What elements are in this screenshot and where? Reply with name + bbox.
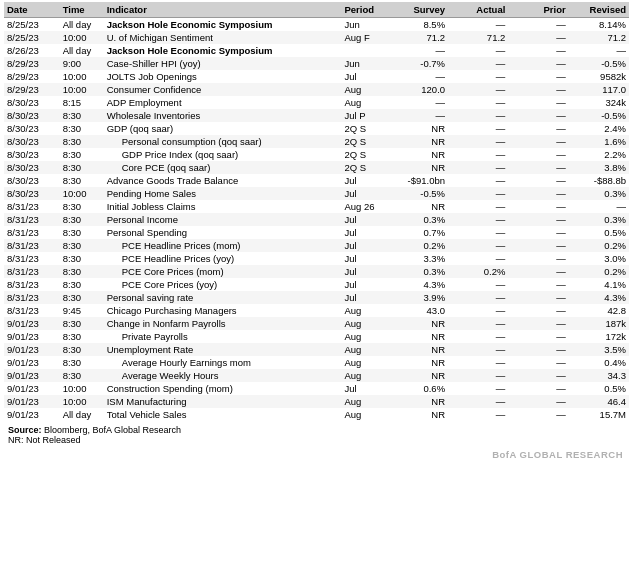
cell-date: 9/01/23 — [4, 330, 60, 343]
cell-revised: — — [569, 200, 629, 213]
cell-survey: NR — [388, 408, 448, 421]
table-row: 8/30/23 10:00 Pending Home Sales Jul -0.… — [4, 187, 629, 200]
cell-time: 10:00 — [60, 382, 104, 395]
cell-period: Aug — [341, 96, 387, 109]
cell-period: Jul — [341, 382, 387, 395]
cell-actual: — — [448, 161, 508, 174]
table-body: 8/25/23 All day Jackson Hole Economic Sy… — [4, 18, 629, 422]
cell-actual: — — [448, 148, 508, 161]
cell-date: 8/26/23 — [4, 44, 60, 57]
cell-time: 8:30 — [60, 265, 104, 278]
cell-period: 2Q S — [341, 148, 387, 161]
cell-prior: — — [508, 408, 568, 421]
cell-event: Personal consumption (qoq saar) — [104, 135, 342, 148]
cell-revised: 34.3 — [569, 369, 629, 382]
cell-time: All day — [60, 408, 104, 421]
cell-date: 8/31/23 — [4, 200, 60, 213]
cell-time: 8:30 — [60, 369, 104, 382]
cell-period: Aug — [341, 343, 387, 356]
cell-actual: — — [448, 122, 508, 135]
table-row: 9/01/23 8:30 Unemployment Rate Aug NR — … — [4, 343, 629, 356]
table-row: 8/31/23 8:30 PCE Headline Prices (mom) J… — [4, 239, 629, 252]
cell-event: Average Hourly Earnings mom — [104, 356, 342, 369]
cell-revised: 117.0 — [569, 83, 629, 96]
cell-period: Jun — [341, 57, 387, 70]
cell-survey: 3.3% — [388, 252, 448, 265]
cell-time: 8:30 — [60, 226, 104, 239]
cell-survey: NR — [388, 161, 448, 174]
cell-date: 8/31/23 — [4, 265, 60, 278]
cell-revised: 9582k — [569, 70, 629, 83]
cell-time: 10:00 — [60, 70, 104, 83]
cell-period: Aug 26 — [341, 200, 387, 213]
cell-event: Unemployment Rate — [104, 343, 342, 356]
cell-prior: — — [508, 174, 568, 187]
source-label: Source: — [8, 425, 42, 435]
table-row: 8/30/23 8:30 Wholesale Inventories Jul P… — [4, 109, 629, 122]
cell-survey: NR — [388, 395, 448, 408]
cell-date: 8/25/23 — [4, 18, 60, 32]
table-row: 8/29/23 9:00 Case-Shiller HPI (yoy) Jun … — [4, 57, 629, 70]
cell-date: 8/31/23 — [4, 278, 60, 291]
cell-revised: 3.0% — [569, 252, 629, 265]
table-row: 9/01/23 8:30 Average Weekly Hours Aug NR… — [4, 369, 629, 382]
cell-actual: — — [448, 291, 508, 304]
cell-survey: NR — [388, 122, 448, 135]
cell-event: Initial Jobless Claims — [104, 200, 342, 213]
cell-prior: — — [508, 161, 568, 174]
cell-prior: — — [508, 265, 568, 278]
cell-actual: — — [448, 83, 508, 96]
col-revised-header: Revised — [569, 2, 629, 18]
cell-revised: 46.4 — [569, 395, 629, 408]
cell-time: 8:30 — [60, 161, 104, 174]
cell-time: 8:30 — [60, 252, 104, 265]
cell-event: GDP Price Index (qoq saar) — [104, 148, 342, 161]
cell-period: Jul — [341, 252, 387, 265]
table-row: 8/30/23 8:30 Core PCE (qoq saar) 2Q S NR… — [4, 161, 629, 174]
cell-period: Jul — [341, 278, 387, 291]
col-survey-header: Survey — [388, 2, 448, 18]
cell-actual: — — [448, 408, 508, 421]
col-period-header: Period — [341, 2, 387, 18]
cell-survey: 0.7% — [388, 226, 448, 239]
cell-revised: 8.14% — [569, 18, 629, 32]
cell-date: 8/31/23 — [4, 226, 60, 239]
cell-survey: NR — [388, 135, 448, 148]
cell-event: PCE Core Prices (mom) — [104, 265, 342, 278]
cell-actual: — — [448, 187, 508, 200]
cell-revised: -0.5% — [569, 109, 629, 122]
cell-revised: -$88.8b — [569, 174, 629, 187]
cell-actual: — — [448, 304, 508, 317]
cell-period: Jul — [341, 187, 387, 200]
cell-survey: NR — [388, 330, 448, 343]
table-row: 8/30/23 8:30 GDP Price Index (qoq saar) … — [4, 148, 629, 161]
cell-actual: — — [448, 252, 508, 265]
cell-prior: — — [508, 44, 568, 57]
cell-event: PCE Headline Prices (yoy) — [104, 252, 342, 265]
cell-survey: 0.6% — [388, 382, 448, 395]
cell-time: 10:00 — [60, 187, 104, 200]
cell-prior: — — [508, 70, 568, 83]
table-row: 9/01/23 8:30 Average Hourly Earnings mom… — [4, 356, 629, 369]
cell-period: 2Q S — [341, 135, 387, 148]
cell-revised: 0.3% — [569, 187, 629, 200]
cell-revised: 3.5% — [569, 343, 629, 356]
cell-revised: 0.5% — [569, 382, 629, 395]
cell-prior: — — [508, 31, 568, 44]
table-row: 8/31/23 8:30 Personal saving rate Jul 3.… — [4, 291, 629, 304]
table-row: 8/31/23 9:45 Chicago Purchasing Managers… — [4, 304, 629, 317]
cell-actual: — — [448, 213, 508, 226]
cell-event: Personal Spending — [104, 226, 342, 239]
cell-period: Aug — [341, 317, 387, 330]
cell-time: 10:00 — [60, 83, 104, 96]
cell-period: Aug — [341, 395, 387, 408]
cell-event: U. of Michigan Sentiment — [104, 31, 342, 44]
cell-prior: — — [508, 317, 568, 330]
cell-prior: — — [508, 278, 568, 291]
cell-prior: — — [508, 304, 568, 317]
cell-event: ADP Employment — [104, 96, 342, 109]
cell-survey: 71.2 — [388, 31, 448, 44]
cell-actual: 0.2% — [448, 265, 508, 278]
cell-survey: — — [388, 109, 448, 122]
cell-prior: — — [508, 226, 568, 239]
